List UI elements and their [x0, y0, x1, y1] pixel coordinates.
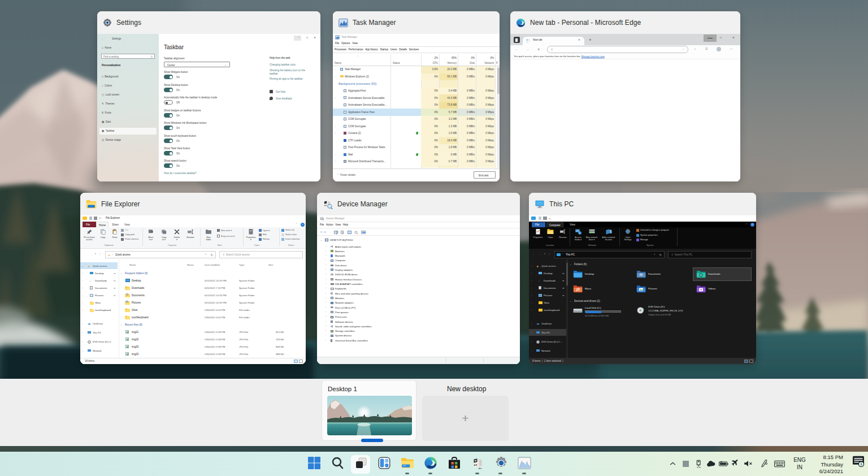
svg-text:1: 1 — [860, 462, 862, 466]
